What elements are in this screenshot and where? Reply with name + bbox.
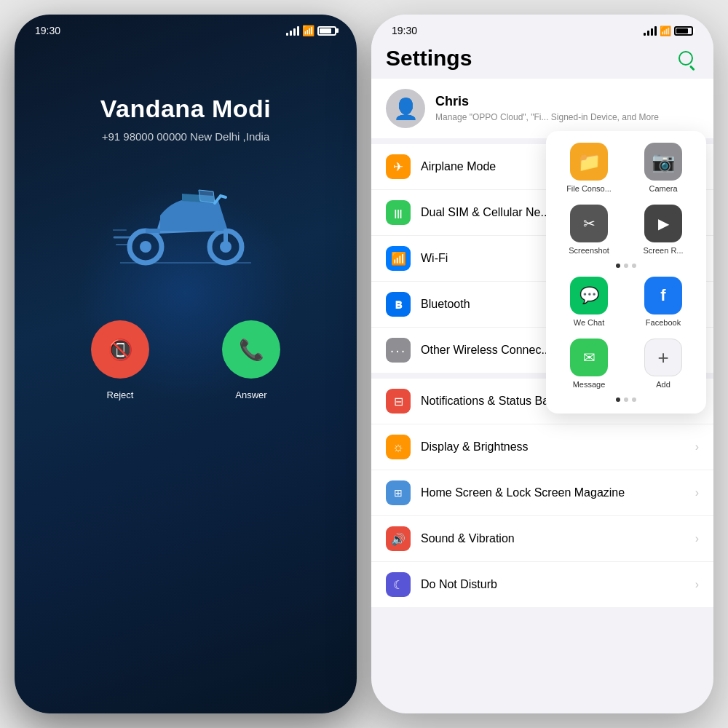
airplane-icon: ✈ [386,154,411,179]
dualsim-icon: ||| [386,200,411,225]
chevron-icon: › [695,486,699,499]
signal-icon-right [644,26,657,36]
quick-app-facebook[interactable]: f Facebook [632,277,695,327]
quick-apps-popup: 📁 File Conso... 📷 Camera ✂ Screenshot ▶ … [546,131,706,414]
scooter-illustration [15,172,357,277]
battery-icon-right [674,26,693,36]
chevron-icon: › [695,532,699,545]
quick-app-camera[interactable]: 📷 Camera [632,143,695,193]
homescreen-label: Home Screen & Lock Screen Magazine [421,486,695,499]
add-icon: + [644,339,682,376]
settings-title: Settings [386,46,472,71]
signal-icon [286,26,299,36]
screenr-label: Screen R... [643,246,683,255]
time-left: 19:30 [35,25,60,36]
wireless-icon: ··· [386,338,411,363]
wechat-icon: 💬 [570,277,608,314]
avatar: 👤 [386,89,425,128]
screenshot-icon: ✂ [570,205,608,242]
profile-info: Chris Manage "OPPO Cloud", "Fi... Signed… [435,94,699,124]
settings-item-sound[interactable]: 🔊 Sound & Vibration › [371,516,713,562]
caller-name: Vandana Modi [15,95,357,123]
phone-right: 19:30 📶 Settings 👤 Chris Manage "OPPO Cl… [371,15,713,713]
wifi-icon: 📶 [302,25,314,36]
answer-wrapper: 📞 Answer [222,320,280,379]
profile-name: Chris [435,94,699,109]
fileconso-icon: 📁 [570,143,608,181]
quick-app-fileconso[interactable]: 📁 File Conso... [558,143,620,193]
time-right: 19:30 [392,25,417,36]
profile-row[interactable]: 👤 Chris Manage "OPPO Cloud", "Fi... Sign… [371,79,713,138]
answer-icon: 📞 [239,338,264,362]
dnd-icon: ☾ [386,572,411,597]
dot-b [624,397,628,402]
answer-label: Answer [235,389,266,400]
reject-label: Reject [107,389,134,400]
search-icon [678,51,693,66]
caller-info: Vandana Modi +91 98000 00000 New Delhi ,… [15,95,357,143]
caller-number: +91 98000 00000 New Delhi ,India [15,130,357,143]
answer-button[interactable]: 📞 [222,320,280,379]
quick-app-add[interactable]: + Add [632,339,695,389]
quick-app-screenr[interactable]: ▶ Screen R... [632,205,695,255]
wifi-settings-icon: 📶 [386,246,411,271]
sound-icon: 🔊 [386,526,411,551]
quick-apps-grid-2: 💬 We Chat f Facebook ✉ Message + Add [558,277,695,389]
reject-button[interactable]: 📵 [91,320,149,379]
sound-label: Sound & Vibration [421,532,695,545]
camera-label: Camera [649,184,677,193]
quick-app-wechat[interactable]: 💬 We Chat [558,277,620,327]
dot-3 [632,264,636,268]
message-label: Message [573,380,606,389]
homescreen-icon: ⊞ [386,480,411,505]
dnd-label: Do Not Disturb [421,578,695,591]
search-button[interactable] [673,45,699,71]
dot-2 [624,264,628,268]
status-bar-right: 19:30 📶 [371,15,713,36]
wifi-icon-right: 📶 [660,25,671,36]
popup-dots-1 [558,264,695,268]
status-bar-left: 19:30 📶 [15,15,357,36]
camera-icon: 📷 [644,143,682,181]
battery-icon [317,26,336,36]
settings-item-homescreen[interactable]: ⊞ Home Screen & Lock Screen Magazine › [371,470,713,516]
svg-point-1 [140,241,151,253]
dot-1 [616,264,620,268]
display-icon: ☼ [386,435,411,459]
display-label: Display & Brightness [421,440,695,454]
quick-app-message[interactable]: ✉ Message [558,339,620,389]
facebook-label: Facebook [646,318,681,327]
settings-item-display[interactable]: ☼ Display & Brightness › [371,424,713,470]
dot-c [632,397,636,402]
phone-left: 19:30 📶 Vandana Modi +91 98000 00000 New… [15,15,357,713]
add-label: Add [656,380,670,389]
status-icons-right: 📶 [644,25,693,36]
fileconso-label: File Conso... [566,184,612,193]
wechat-label: We Chat [574,318,605,327]
bluetooth-icon: ʙ [386,292,411,317]
chevron-icon: › [695,578,699,591]
chevron-icon: › [695,440,699,454]
dot-a [616,397,620,402]
call-actions: 📵 Reject 📞 Answer [15,320,357,379]
reject-icon: 📵 [108,338,133,362]
screenshot-label: Screenshot [569,246,609,255]
profile-sub: Manage "OPPO Cloud", "Fi... Signed-in De… [435,111,699,124]
screenr-icon: ▶ [644,205,682,242]
quick-apps-grid: 📁 File Conso... 📷 Camera ✂ Screenshot ▶ … [558,143,695,255]
popup-dots-2 [558,397,695,402]
settings-item-dnd[interactable]: ☾ Do Not Disturb › [371,562,713,607]
settings-header: Settings [371,36,713,79]
message-icon: ✉ [570,339,608,376]
quick-app-screenshot[interactable]: ✂ Screenshot [558,205,620,255]
notifications-icon: ⊟ [386,389,411,414]
status-icons-left: 📶 [286,25,336,36]
facebook-icon: f [644,277,682,314]
reject-wrapper: 📵 Reject [91,320,149,379]
